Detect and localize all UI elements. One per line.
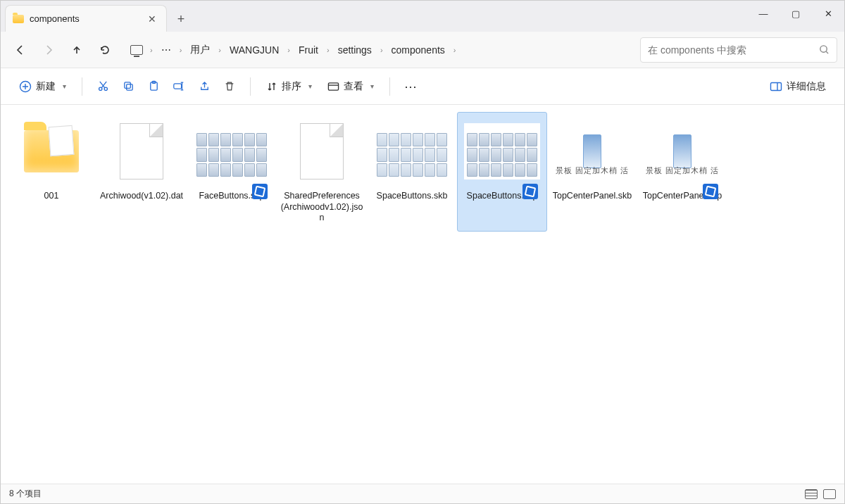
breadcrumb-part[interactable]: 用户: [186, 41, 214, 59]
separator: [250, 77, 251, 96]
titlebar: components ✕ + — ▢ ✕: [1, 1, 844, 32]
thumbnail: 景板 固定加木梢 活: [553, 116, 631, 187]
details-pane-icon: [770, 82, 782, 92]
svg-point-0: [820, 46, 827, 52]
view-details-icon[interactable]: [805, 489, 818, 499]
thumbnail: [193, 116, 270, 187]
thumbnail: [283, 116, 361, 187]
sketchup-badge-icon: [703, 184, 718, 199]
chevron-down-icon: ▾: [308, 82, 312, 90]
new-tab-button[interactable]: +: [170, 6, 192, 32]
file-name: 001: [44, 191, 59, 202]
new-label: 新建: [36, 80, 56, 93]
file-item[interactable]: 001: [6, 112, 96, 232]
sort-icon: [266, 81, 277, 92]
chevron-right-icon: ›: [284, 46, 293, 54]
maximize-button[interactable]: ▢: [780, 1, 812, 26]
file-name: TopCenterPanel.skb: [553, 191, 632, 202]
close-tab-button[interactable]: ✕: [146, 13, 158, 25]
thumbnail: [103, 116, 180, 187]
copy-icon: [123, 80, 134, 92]
toolbar: 新建 ▾ 排序 ▾ 查看 ▾ ⋯ 详细信息: [1, 68, 844, 105]
chevron-right-icon: ›: [215, 46, 224, 54]
file-item[interactable]: Archiwood(v1.02).dat: [96, 112, 187, 232]
pc-icon: [130, 45, 143, 55]
chevron-right-icon: ›: [147, 46, 156, 54]
delete-button[interactable]: [218, 74, 242, 99]
file-item[interactable]: SpaceButtons.skb: [367, 112, 457, 232]
minimize-button[interactable]: —: [747, 1, 780, 26]
view-tiles-icon[interactable]: [823, 489, 836, 499]
window-controls: — ▢ ✕: [747, 1, 844, 26]
share-icon: [199, 80, 211, 92]
chevron-right-icon: ›: [177, 46, 185, 54]
breadcrumb-part[interactable]: settings: [334, 42, 376, 58]
file-grid[interactable]: 001Archiwood(v1.02).datFaceButtons.skpSh…: [1, 105, 844, 484]
status-text: 8 个项目: [9, 488, 42, 500]
svg-rect-5: [126, 84, 132, 91]
search-input[interactable]: [648, 44, 813, 56]
new-button[interactable]: 新建 ▾: [12, 74, 73, 99]
svg-rect-8: [174, 84, 182, 89]
copy-button[interactable]: [116, 74, 140, 99]
sketchup-badge-icon: [252, 184, 268, 199]
view-button[interactable]: 查看 ▾: [320, 74, 381, 99]
share-button[interactable]: [192, 74, 216, 99]
folder-icon: [13, 15, 24, 23]
breadcrumb[interactable]: › ⋯ › 用户 › WANGJUN › Fruit › settings › …: [125, 37, 630, 63]
chevron-down-icon: ▾: [370, 82, 374, 90]
sort-label: 排序: [282, 80, 301, 93]
view-icon: [327, 82, 339, 92]
file-item[interactable]: 景板 固定加木梢 活TopCenterPanel.skb: [547, 112, 637, 232]
file-item[interactable]: SpaceButtons.skp: [457, 112, 547, 232]
thumbnail: [13, 116, 90, 187]
plus-circle-icon: [19, 80, 32, 93]
thumbnail: [373, 116, 451, 187]
details-label: 详细信息: [787, 80, 826, 93]
chevron-right-icon: ›: [324, 46, 332, 54]
file-item[interactable]: 景板 固定加木梢 活TopCenterPanel.skp: [637, 112, 727, 232]
sort-button[interactable]: 排序 ▾: [259, 74, 319, 99]
back-button[interactable]: [8, 37, 33, 63]
thumbnail: [463, 116, 541, 187]
separator: [82, 77, 82, 96]
file-name: Archiwood(v1.02).dat: [100, 191, 183, 202]
close-window-button[interactable]: ✕: [812, 1, 844, 26]
tab-current[interactable]: components ✕: [5, 5, 167, 32]
breadcrumb-part[interactable]: WANGJUN: [225, 42, 283, 58]
view-label: 查看: [344, 80, 363, 93]
more-button[interactable]: ⋯: [399, 74, 423, 99]
svg-rect-9: [328, 82, 338, 89]
chevron-right-icon: ›: [451, 46, 459, 54]
scissors-icon: [97, 80, 109, 92]
file-name: SpaceButtons.skb: [377, 191, 448, 202]
search-icon: [819, 44, 830, 55]
trash-icon: [224, 80, 235, 92]
status-bar: 8 个项目: [1, 484, 844, 503]
separator: [389, 77, 390, 96]
rename-button[interactable]: [167, 74, 191, 99]
details-pane-button[interactable]: 详细信息: [763, 74, 833, 99]
svg-rect-4: [124, 82, 130, 89]
breadcrumb-part[interactable]: Fruit: [294, 42, 323, 58]
cut-button[interactable]: [91, 74, 115, 99]
thumbnail: 景板 固定加木梢 活: [644, 116, 721, 187]
forward-button[interactable]: [36, 37, 61, 63]
breadcrumb-part[interactable]: components: [387, 42, 449, 58]
clipboard-icon: [148, 80, 160, 92]
chevron-down-icon: ▾: [63, 82, 66, 90]
file-item[interactable]: FaceButtons.skp: [187, 112, 277, 232]
breadcrumb-ellipsis[interactable]: ⋯: [157, 42, 175, 58]
rename-icon: [173, 80, 185, 92]
search-box[interactable]: [640, 37, 837, 63]
svg-rect-10: [771, 82, 782, 90]
file-name: SharedPreferences(Archiwoodv1.02).json: [280, 191, 364, 224]
nav-bar: › ⋯ › 用户 › WANGJUN › Fruit › settings › …: [1, 32, 844, 68]
up-button[interactable]: [64, 37, 89, 63]
tab-title: components: [30, 13, 141, 24]
sketchup-badge-icon: [522, 184, 538, 199]
file-item[interactable]: SharedPreferences(Archiwoodv1.02).json: [277, 112, 367, 232]
refresh-button[interactable]: [92, 37, 118, 63]
chevron-right-icon: ›: [377, 46, 386, 54]
paste-button[interactable]: [142, 74, 165, 99]
